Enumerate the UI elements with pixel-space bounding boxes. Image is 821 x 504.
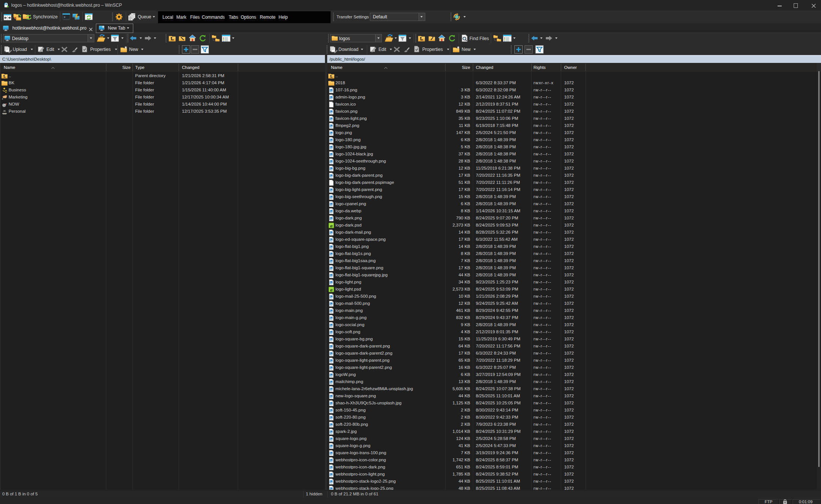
svg-text:>: > xyxy=(64,15,66,19)
svg-text:a: a xyxy=(330,222,333,228)
svg-text:a: a xyxy=(330,286,333,292)
